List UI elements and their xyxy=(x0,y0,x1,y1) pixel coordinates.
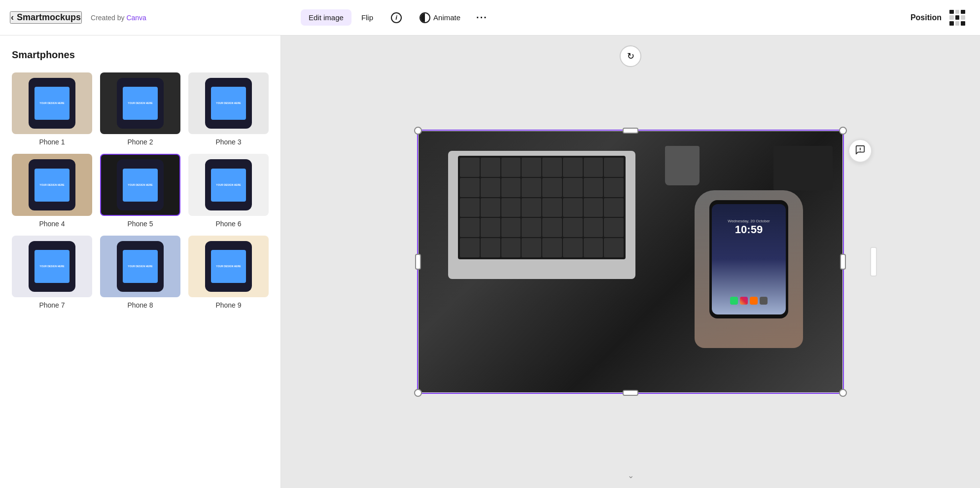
mockup-thumb-7[interactable]: YOUR DESIGN HERE xyxy=(12,236,92,297)
mockup-label-8: Phone 8 xyxy=(127,301,153,309)
phone-screen-9: YOUR DESIGN HERE xyxy=(211,250,246,283)
mock-cup xyxy=(665,146,700,185)
mockup-item-phone-6[interactable]: YOUR DESIGN HERE Phone 6 xyxy=(188,154,269,227)
phone-visual-8: YOUR DESIGN HERE xyxy=(117,241,164,292)
info-icon: i xyxy=(391,12,402,23)
mockup-thumb-8[interactable]: YOUR DESIGN HERE xyxy=(100,236,180,297)
phone-screen-1: YOUR DESIGN HERE xyxy=(35,87,70,120)
mockup-thumb-6[interactable]: YOUR DESIGN HERE xyxy=(188,154,269,215)
comment-icon xyxy=(855,144,866,158)
mockup-label-1: Phone 1 xyxy=(39,138,65,146)
canva-link[interactable]: Canva xyxy=(126,14,146,22)
phone-screen-5: YOUR DESIGN HERE xyxy=(123,169,158,202)
phone-visual-5: YOUR DESIGN HERE xyxy=(117,159,164,210)
phone-screen-2: YOUR DESIGN HERE xyxy=(123,87,158,120)
back-button[interactable]: ‹ Smartmockups xyxy=(10,11,82,24)
phone-visual-7: YOUR DESIGN HERE xyxy=(29,241,75,292)
mock-time-text: 10:59 xyxy=(728,223,770,236)
mockup-item-phone-2[interactable]: YOUR DESIGN HERE Phone 2 xyxy=(100,72,180,146)
phone-visual-3: YOUR DESIGN HERE xyxy=(205,78,252,129)
mockup-item-phone-3[interactable]: YOUR DESIGN HERE Phone 3 xyxy=(188,72,269,146)
more-icon: ··· xyxy=(476,12,488,23)
mockup-thumb-4[interactable]: YOUR DESIGN HERE xyxy=(12,154,92,215)
mockup-label-6: Phone 6 xyxy=(215,220,241,228)
mock-laptop-screen xyxy=(458,156,626,259)
phone-screen-text-4: YOUR DESIGN HERE xyxy=(39,183,64,187)
toolbar: ‹ Smartmockups Created by Canva Edit ima… xyxy=(0,0,980,35)
mockup-thumb-5[interactable]: YOUR DESIGN HERE xyxy=(100,154,180,215)
back-arrow-icon: ‹ xyxy=(11,12,14,23)
mockup-item-phone-9[interactable]: YOUR DESIGN HERE Phone 9 xyxy=(188,236,269,309)
comment-button[interactable] xyxy=(848,139,872,163)
mockup-item-phone-5[interactable]: YOUR DESIGN HERE Phone 5 xyxy=(100,154,180,227)
mockup-thumb-2[interactable]: YOUR DESIGN HERE xyxy=(100,72,180,134)
mockup-item-phone-8[interactable]: YOUR DESIGN HERE Phone 8 xyxy=(100,236,180,309)
phone-visual-9: YOUR DESIGN HERE xyxy=(205,241,252,292)
position-button[interactable]: Position xyxy=(910,13,942,22)
mock-notebook xyxy=(773,146,833,190)
canvas-top-bar: ↻ xyxy=(620,45,641,67)
phone-screen-8: YOUR DESIGN HERE xyxy=(123,250,158,283)
toolbar-center: Edit image Flip i Animate ··· xyxy=(291,8,910,27)
animate-icon xyxy=(420,12,430,23)
toolbar-left: ‹ Smartmockups Created by Canva xyxy=(10,11,291,24)
canvas-image-container[interactable]: Wednesday, 20 October 10:59 xyxy=(419,131,842,392)
maps-icon xyxy=(750,297,758,305)
mock-phone-hand: Wednesday, 20 October 10:59 xyxy=(695,190,803,348)
phone-visual-1: YOUR DESIGN HERE xyxy=(29,78,75,129)
animate-label: Animate xyxy=(433,13,460,22)
sidebar: Smartphones YOUR DESIGN HERE Phone 1 xyxy=(0,35,281,488)
mockup-label-4: Phone 4 xyxy=(39,220,65,228)
mockup-grid: YOUR DESIGN HERE Phone 1 YOUR DESIGN HER… xyxy=(12,72,269,309)
refresh-button[interactable]: ↻ xyxy=(620,45,641,67)
phone-screen-6: YOUR DESIGN HERE xyxy=(211,169,246,202)
instagram-icon xyxy=(740,297,748,305)
phone-visual-2: YOUR DESIGN HERE xyxy=(117,78,164,129)
brand-name: Smartmockups xyxy=(17,12,81,23)
created-by-label: Created by Canva xyxy=(91,14,146,22)
phone-visual-6: YOUR DESIGN HERE xyxy=(205,159,252,210)
mockup-item-phone-1[interactable]: YOUR DESIGN HERE Phone 1 xyxy=(12,72,92,146)
info-button[interactable]: i xyxy=(383,8,410,27)
phone-screen-7: YOUR DESIGN HERE xyxy=(35,250,70,283)
flip-button[interactable]: Flip xyxy=(353,9,381,26)
chevron-down-icon: ⌄ xyxy=(628,471,634,480)
mock-phone-screen: Wednesday, 20 October 10:59 xyxy=(712,204,786,314)
mockup-item-phone-4[interactable]: YOUR DESIGN HERE Phone 4 xyxy=(12,154,92,227)
canvas-area: ↻ xyxy=(281,35,980,488)
mock-date-text: Wednesday, 20 October xyxy=(728,219,770,223)
sidebar-title: Smartphones xyxy=(12,49,269,61)
animate-button[interactable]: Animate xyxy=(412,8,468,27)
side-resize-handle[interactable] xyxy=(870,247,877,277)
mockup-thumb-1[interactable]: YOUR DESIGN HERE xyxy=(12,72,92,134)
phone-screen-text-9: YOUR DESIGN HERE xyxy=(216,265,241,268)
apps-grid-icon[interactable] xyxy=(949,10,965,26)
more-button[interactable]: ··· xyxy=(470,8,493,27)
mock-phone: Wednesday, 20 October 10:59 xyxy=(709,200,788,318)
canvas-mockup-image: Wednesday, 20 October 10:59 xyxy=(419,131,842,392)
phone-screen-text-7: YOUR DESIGN HERE xyxy=(39,265,64,268)
mockup-label-3: Phone 3 xyxy=(215,138,241,146)
mock-desk-scene: Wednesday, 20 October 10:59 xyxy=(419,131,842,392)
canvas-bottom-arrow[interactable]: ⌄ xyxy=(628,471,634,480)
mockup-label-5: Phone 5 xyxy=(127,220,153,228)
phone-screen-3: YOUR DESIGN HERE xyxy=(211,87,246,120)
main-layout: Smartphones YOUR DESIGN HERE Phone 1 xyxy=(0,35,980,488)
phone-screen-text-3: YOUR DESIGN HERE xyxy=(216,102,241,105)
camera-icon xyxy=(760,297,768,305)
phone-screen-text-2: YOUR DESIGN HERE xyxy=(128,102,152,105)
phone-screen-text-6: YOUR DESIGN HERE xyxy=(216,183,241,187)
mockup-item-phone-7[interactable]: YOUR DESIGN HERE Phone 7 xyxy=(12,236,92,309)
mockup-label-9: Phone 9 xyxy=(215,301,241,309)
mockup-label-7: Phone 7 xyxy=(39,301,65,309)
mock-laptop xyxy=(448,151,635,279)
position-label: Position xyxy=(910,13,942,22)
toolbar-right: Position xyxy=(910,10,970,26)
edit-image-button[interactable]: Edit image xyxy=(301,9,351,26)
phone-screen-text-8: YOUR DESIGN HERE xyxy=(128,265,152,268)
mockup-thumb-9[interactable]: YOUR DESIGN HERE xyxy=(188,236,269,297)
mockup-thumb-3[interactable]: YOUR DESIGN HERE xyxy=(188,72,269,134)
phone-screen-text-5: YOUR DESIGN HERE xyxy=(128,183,152,187)
mockup-label-2: Phone 2 xyxy=(127,138,153,146)
mock-time-display: Wednesday, 20 October 10:59 xyxy=(728,219,770,236)
